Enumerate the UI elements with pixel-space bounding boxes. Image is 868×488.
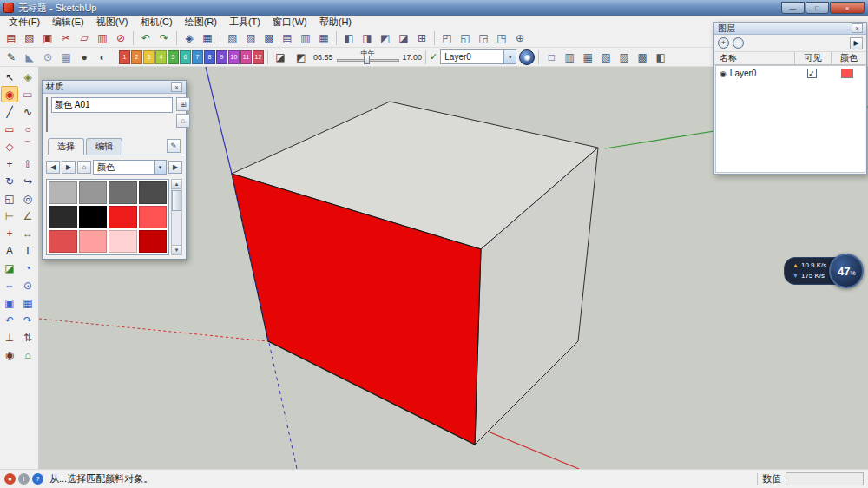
- layer-dropdown[interactable]: Layer0 ▼: [440, 49, 516, 64]
- rectangle-icon[interactable]: ▭: [1, 121, 18, 137]
- forward-button[interactable]: ▶: [62, 161, 76, 174]
- layers-close-button[interactable]: ×: [852, 23, 863, 33]
- scrollbar-thumb[interactable]: [172, 190, 181, 211]
- add-location-icon[interactable]: ⌂: [19, 346, 36, 363]
- copy-icon[interactable]: ▱: [76, 30, 93, 46]
- tab-select[interactable]: 选择: [48, 138, 84, 155]
- eraser-icon[interactable]: ▭: [19, 86, 36, 102]
- extrude-edges-icon[interactable]: ▧: [224, 30, 241, 46]
- vector-push-pull-icon[interactable]: ▤: [279, 30, 296, 46]
- new-icon[interactable]: ▤: [3, 30, 20, 46]
- menu-file[interactable]: 文件(F): [3, 16, 46, 29]
- palette-cell-1[interactable]: 1: [119, 50, 130, 64]
- maximize-button[interactable]: □: [806, 2, 829, 14]
- palette-cell-11[interactable]: 11: [240, 50, 252, 64]
- layer-visible-checkbox[interactable]: ✓: [807, 69, 817, 78]
- menu-tools[interactable]: 工具(T): [223, 16, 266, 29]
- column-name[interactable]: 名称: [714, 52, 795, 64]
- layers-details-button[interactable]: ▶: [850, 37, 863, 49]
- scroll-up-icon[interactable]: ▲: [172, 180, 181, 189]
- menu-draw[interactable]: 绘图(R): [179, 16, 223, 29]
- materials-close-button[interactable]: ×: [171, 82, 182, 92]
- menu-edit[interactable]: 编辑(E): [46, 16, 90, 29]
- create-material-button[interactable]: ⊞: [176, 97, 190, 111]
- orbit-icon[interactable]: ◔: [19, 260, 36, 276]
- eyedropper-button[interactable]: ✎: [167, 139, 181, 153]
- solid-intersect-icon[interactable]: ◪: [395, 30, 412, 46]
- remove-layer-button[interactable]: −: [733, 37, 744, 49]
- follow-me-icon[interactable]: ↪: [19, 173, 36, 189]
- position-camera-icon[interactable]: ⊥: [1, 329, 18, 346]
- solid-outer-shell-icon[interactable]: ⊞: [413, 30, 431, 46]
- scale-icon[interactable]: ◱: [1, 190, 18, 207]
- freehand-icon[interactable]: ∿: [19, 103, 36, 120]
- view-iso-icon[interactable]: ◰: [438, 30, 456, 46]
- select-icon[interactable]: ↖: [1, 69, 18, 85]
- percent-badge[interactable]: 47 %: [829, 254, 864, 288]
- palette-cell-5[interactable]: 5: [168, 50, 179, 64]
- minimize-button[interactable]: —: [781, 2, 805, 14]
- style-texture-icon[interactable]: ▦: [57, 49, 75, 65]
- material-swatch-10[interactable]: [79, 230, 108, 253]
- material-swatch-4[interactable]: [139, 181, 168, 204]
- pan-icon[interactable]: ⇔: [1, 277, 18, 293]
- section-plane-icon[interactable]: ◪: [1, 260, 18, 276]
- help-icon[interactable]: ?: [32, 473, 43, 485]
- protractor-icon[interactable]: ∠: [19, 208, 36, 224]
- shadow-time-slider[interactable]: 中午: [337, 49, 399, 65]
- zoom-window-icon[interactable]: ▣: [1, 294, 18, 311]
- back-edges-icon[interactable]: ▥: [561, 49, 578, 65]
- line-icon[interactable]: ╱: [1, 103, 18, 120]
- palette-cell-12[interactable]: 12: [253, 50, 264, 64]
- solid-trim-icon[interactable]: ◩: [377, 30, 394, 46]
- polygon-icon[interactable]: ◇: [1, 138, 18, 155]
- make-group-icon[interactable]: ▦: [199, 30, 216, 46]
- sphere-shaded-icon[interactable]: ●: [76, 49, 93, 65]
- palette-cell-8[interactable]: 8: [204, 50, 215, 64]
- shadow-settings-icon[interactable]: ◪: [272, 49, 289, 65]
- palette-cell-6[interactable]: 6: [180, 50, 191, 64]
- solid-union-icon[interactable]: ◧: [340, 30, 358, 46]
- undo-icon[interactable]: ↶: [137, 30, 155, 46]
- layer-radio-icon[interactable]: ◉: [720, 69, 727, 78]
- column-visible[interactable]: 可见: [795, 52, 832, 64]
- menu-view[interactable]: 视图(V): [90, 16, 135, 29]
- sample-paint-button[interactable]: ▶: [168, 161, 182, 174]
- walk-icon[interactable]: ⇅: [19, 329, 36, 346]
- material-swatch-2[interactable]: [79, 181, 108, 204]
- style-fill-icon[interactable]: ◣: [21, 49, 38, 65]
- info-icon[interactable]: i: [18, 473, 30, 485]
- save-icon[interactable]: ▣: [39, 30, 56, 46]
- material-swatch-9[interactable]: [49, 230, 77, 253]
- hidden-line-icon[interactable]: ▧: [597, 49, 615, 65]
- offset-icon[interactable]: ◎: [19, 190, 36, 207]
- palette-cell-9[interactable]: 9: [216, 50, 227, 64]
- sphere-hidden-icon[interactable]: ◐: [94, 49, 111, 65]
- push-pull-icon[interactable]: ⇧: [19, 155, 36, 172]
- column-color[interactable]: 颜色: [832, 52, 866, 64]
- make-component-tool-icon[interactable]: ◈: [19, 69, 36, 85]
- view-next-icon[interactable]: ↷: [19, 312, 36, 328]
- measurement-input[interactable]: [786, 472, 864, 485]
- 3d-text-icon[interactable]: T: [19, 242, 36, 259]
- palette-cell-4[interactable]: 4: [155, 50, 167, 64]
- open-icon[interactable]: ▧: [21, 30, 38, 46]
- material-swatch-7[interactable]: [108, 206, 137, 228]
- menu-help[interactable]: 帮助(H): [313, 16, 358, 29]
- material-swatch-1[interactable]: [49, 181, 77, 204]
- material-swatch-12[interactable]: [139, 230, 168, 253]
- menu-window[interactable]: 窗口(W): [266, 16, 313, 29]
- material-swatch-6[interactable]: [79, 206, 108, 228]
- solid-subtract-icon[interactable]: ◨: [358, 30, 376, 46]
- material-swatch-5[interactable]: [49, 206, 77, 228]
- view-previous-icon[interactable]: ↶: [1, 312, 18, 328]
- look-around-icon[interactable]: ◉: [1, 346, 18, 363]
- add-layer-button[interactable]: +: [718, 37, 729, 49]
- material-swatch-8[interactable]: [139, 206, 168, 228]
- chevron-down-icon[interactable]: ▼: [503, 50, 516, 63]
- tab-edit[interactable]: 编辑: [86, 138, 122, 155]
- swatch-scrollbar[interactable]: ▲ ▼: [171, 179, 182, 255]
- view-top-icon[interactable]: ◱: [457, 30, 474, 46]
- materials-dialog-titlebar[interactable]: 材质 ×: [43, 81, 186, 94]
- layer-color-swatch[interactable]: [841, 69, 853, 78]
